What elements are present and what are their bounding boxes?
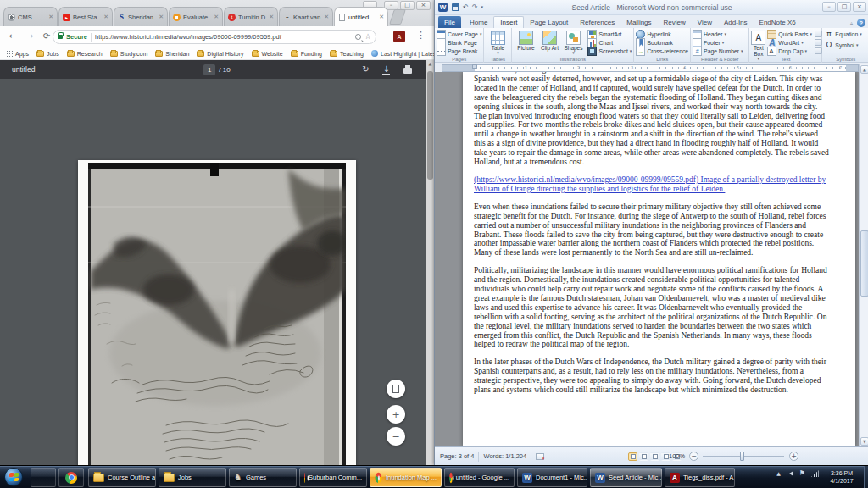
zoom-out-button[interactable]: − <box>689 452 698 461</box>
cross-reference-button[interactable]: Cross-reference <box>636 47 688 55</box>
footer-button[interactable]: Footer▾ <box>693 39 747 47</box>
quick-parts-button[interactable]: Quick Parts▾ <box>767 30 812 38</box>
taskbar-tiegs-pdf[interactable]: Tiegs_diss.pdf - A... <box>665 468 735 487</box>
tab-references[interactable]: References <box>574 17 620 28</box>
zoom-in-button[interactable]: + <box>387 405 405 424</box>
undo-icon[interactable]: ↶ <box>463 4 469 11</box>
taskbar-suburban[interactable]: Suburban Comm... <box>299 468 367 487</box>
hyperlink-button[interactable]: Hyperlink <box>636 30 688 38</box>
object-icon[interactable] <box>815 47 822 54</box>
qat-customize-icon[interactable]: ▾ <box>481 5 483 9</box>
bookmark-sheridan[interactable]: Sheridan <box>155 51 189 57</box>
tab-insert[interactable]: Insert <box>493 16 524 28</box>
signature-line-icon[interactable] <box>815 30 822 37</box>
address-bar[interactable]: Secure https://www.historici.nl/media/wv… <box>53 30 376 44</box>
smartart-button[interactable]: SmartArt <box>587 30 632 38</box>
scroll-up-icon[interactable]: ▲ <box>860 65 868 74</box>
reload-icon[interactable]: ⟳ <box>41 30 53 42</box>
date-time-icon[interactable] <box>815 39 822 46</box>
tab-best-sta[interactable]: Best Sta ✕ <box>58 7 113 26</box>
bookmark-star-icon[interactable]: ☆ <box>364 33 371 41</box>
cover-page-button[interactable]: Cover Page▾ <box>437 30 481 38</box>
network-signal-icon[interactable] <box>811 470 819 477</box>
help-icon[interactable]: ? <box>857 19 865 27</box>
back-icon[interactable]: ← <box>7 30 19 42</box>
zoom-slider-thumb[interactable] <box>740 452 744 461</box>
word-scrollbar[interactable]: ▲ ▼ <box>859 64 868 446</box>
table-button[interactable]: Table▾ <box>491 30 505 55</box>
bookmark-apps[interactable]: Apps <box>6 50 29 57</box>
action-center-flag-icon[interactable]: ⚑ <box>799 470 805 477</box>
zoom-level[interactable]: 100% <box>669 452 685 460</box>
tab-add-ins[interactable]: Add-Ins <box>718 17 754 28</box>
chrome-taskbar-icon[interactable] <box>58 468 84 487</box>
text-box-button[interactable]: Text Box▾ <box>751 30 765 55</box>
taskbar-untitled-google[interactable]: untitled - Google ... <box>444 468 515 487</box>
scroll-up-icon[interactable]: ▲ <box>426 62 434 66</box>
rotate-icon[interactable]: ↻ <box>362 65 369 74</box>
bookmark-research[interactable]: Research <box>67 51 103 57</box>
tab-page-layout[interactable]: Page Layout <box>524 17 574 28</box>
tab-view[interactable]: View <box>692 17 718 28</box>
taskbar-jobs[interactable]: Jobs <box>159 468 226 487</box>
pdf-scrollbar[interactable]: ▲ <box>426 60 434 465</box>
word-scrollbar-thumb[interactable] <box>860 230 868 297</box>
drop-cap-button[interactable]: Drop Cap▾ <box>767 47 812 55</box>
chrome-close-button[interactable]: × <box>416 1 431 10</box>
tab-close-icon[interactable]: ✕ <box>379 14 384 20</box>
word-minimize-button[interactable]: – <box>822 2 836 12</box>
page-count-status[interactable]: Page: 3 of 4 <box>440 452 474 460</box>
fullscreen-view-button[interactable] <box>639 452 648 461</box>
tab-close-icon[interactable]: ✕ <box>214 14 219 20</box>
tab-mailings[interactable]: Mailings <box>620 17 657 28</box>
chrome-menu-icon[interactable]: ⋮ <box>416 30 426 40</box>
tray-expand-icon[interactable]: ▲ <box>776 471 781 476</box>
new-tab-button[interactable] <box>389 9 406 25</box>
zoom-indicator-icon[interactable] <box>355 34 361 40</box>
tab-sheridan[interactable]: Sheridan ✕ <box>114 7 168 26</box>
pdf-page-input[interactable]: 1 <box>203 64 215 75</box>
tab-home[interactable]: Home <box>464 17 493 28</box>
print-icon[interactable] <box>403 68 412 74</box>
picture-button[interactable]: Picture <box>514 30 537 55</box>
tab-turnitin[interactable]: Turnitin D ✕ <box>224 7 278 26</box>
pdf-scrollbar-thumb[interactable] <box>427 71 433 180</box>
print-layout-view-button[interactable] <box>628 452 637 461</box>
taskbar-games[interactable]: Games <box>229 468 297 487</box>
chart-button[interactable]: Chart <box>587 39 632 47</box>
firefox-taskbar-icon[interactable] <box>31 468 56 487</box>
proofing-status-icon[interactable] <box>536 453 544 460</box>
show-desktop-button[interactable] <box>864 466 868 488</box>
word-close-button[interactable]: × <box>853 2 866 12</box>
horizontal-ruler[interactable]: 1 2 3 4 5 6 7 <box>442 64 859 72</box>
taskbar-inundation-map[interactable]: Inundation Map ... <box>370 468 442 487</box>
tab-close-icon[interactable]: ✕ <box>103 14 108 20</box>
bookmark-button[interactable]: Bookmark <box>636 39 688 47</box>
download-icon[interactable]: ↓ <box>383 65 390 74</box>
redo-icon[interactable]: ↷ <box>472 4 478 11</box>
equation-button[interactable]: πEquation▾ <box>824 30 867 38</box>
ribbon-collapse-icon[interactable]: ▵ <box>850 20 853 25</box>
clip-art-button[interactable]: Clip Art <box>538 30 560 55</box>
indent-marker[interactable] <box>472 64 477 69</box>
hyperlink-paragraph[interactable]: (https://www.historici.nl/media/wvo/imag… <box>474 175 832 194</box>
tab-file[interactable]: File <box>438 16 461 28</box>
tab-cms[interactable]: CMS ✕ <box>3 7 58 26</box>
document-page[interactable]: water barrier, flooding a swath of land … <box>463 72 855 446</box>
scroll-down-icon[interactable]: ▼ <box>860 437 868 446</box>
volume-icon[interactable] <box>787 471 793 476</box>
tab-untitled-active[interactable]: untitled ✕ <box>334 7 388 26</box>
forward-icon[interactable]: → <box>24 30 36 42</box>
acrobat-extension-icon[interactable]: A <box>393 30 405 42</box>
page-break-button[interactable]: Page Break <box>437 47 481 55</box>
bookmark-teaching[interactable]: Teaching <box>330 51 364 57</box>
taskbar-seed-article[interactable]: Seed Article - Mic... <box>590 468 662 487</box>
tab-review[interactable]: Review <box>658 17 692 28</box>
page-number-button[interactable]: Page Number▾ <box>693 47 747 55</box>
taskbar-course-outline[interactable]: Course Outline an... <box>88 468 156 487</box>
tab-evaluate[interactable]: Evaluate ✕ <box>169 7 223 26</box>
bookmark-last-highlight[interactable]: Last Highlight | Lates <box>371 50 436 57</box>
shapes-button[interactable]: Shapes▾ <box>561 30 585 55</box>
zoom-in-button[interactable]: + <box>789 452 798 461</box>
zoom-out-button[interactable]: − <box>387 427 405 446</box>
